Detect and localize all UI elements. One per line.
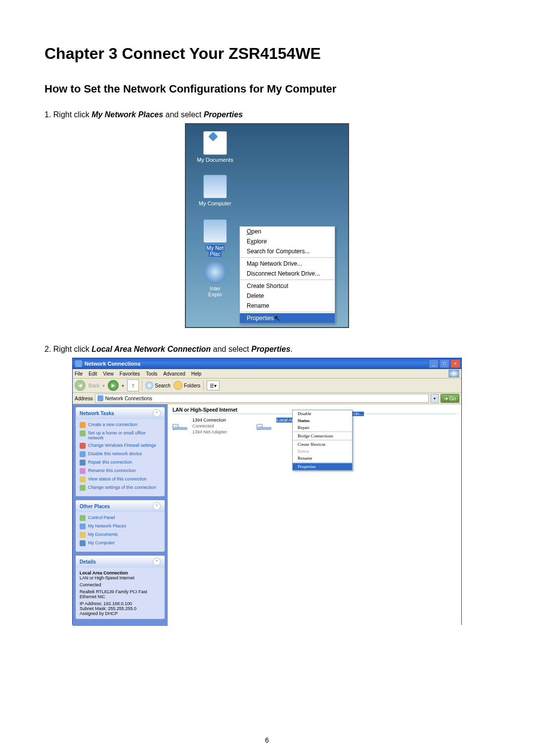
place-my-network[interactable]: My Network Places xyxy=(80,523,161,529)
back-label: Back xyxy=(89,383,99,388)
place-icon xyxy=(80,523,86,529)
desktop-my-network-places[interactable]: My Net Plac xyxy=(193,219,237,257)
desktop-my-documents[interactable]: My Documents xyxy=(193,131,237,163)
search-label: Search xyxy=(155,383,171,388)
menu-rename[interactable]: Rename xyxy=(240,301,335,311)
ctx-repair[interactable]: Repair xyxy=(293,424,352,431)
menu-disconnect-drive[interactable]: Disconnect Network Drive... xyxy=(240,269,335,279)
ctx-shortcut[interactable]: Create Shortcut xyxy=(293,441,352,448)
forward-chevron-icon[interactable]: ▾ xyxy=(122,383,124,388)
task-icon xyxy=(80,443,86,449)
menu-tools[interactable]: Tools xyxy=(146,371,157,377)
menu-advanced[interactable]: Advanced xyxy=(163,371,185,377)
menu-explore[interactable]: Explore xyxy=(240,236,335,246)
address-label: Address xyxy=(75,396,93,401)
folders-button[interactable]: Folders xyxy=(174,381,200,390)
step2-term2: Properties xyxy=(251,345,290,353)
menu-delete[interactable]: Delete xyxy=(240,291,335,301)
menu-favorites[interactable]: Favorites xyxy=(120,371,140,377)
ctx-bridge[interactable]: Bridge Connections xyxy=(293,432,352,439)
task-label: Change Windows Firewall settings xyxy=(88,443,156,448)
menu-help[interactable]: Help xyxy=(191,371,202,377)
place-control-panel[interactable]: Control Panel xyxy=(80,515,161,521)
desktop-internet-explorer[interactable]: Inter Explo xyxy=(193,261,237,297)
task-icon xyxy=(80,451,86,457)
task-change-settings[interactable]: Change settings of this connection xyxy=(80,485,161,491)
address-value: Network Connections xyxy=(105,396,152,401)
my-computer-icon xyxy=(203,175,227,198)
place-my-documents[interactable]: My Documents xyxy=(80,532,161,538)
window-icon xyxy=(75,360,82,367)
address-bar: Address Network Connections ▾ ➜ Go xyxy=(73,393,461,404)
back-chevron-icon[interactable]: ▾ xyxy=(102,383,105,388)
details-name: Local Area Connection xyxy=(80,570,161,575)
step2-mid: and select xyxy=(211,345,251,353)
connection-1394[interactable]: 1394 Connection Connected 1394 Net Adapt… xyxy=(173,417,227,435)
task-firewall[interactable]: Change Windows Firewall settings xyxy=(80,443,161,449)
step1-term2: Properties xyxy=(204,110,243,119)
task-icon xyxy=(80,460,86,466)
task-repair[interactable]: Repair this connection xyxy=(80,460,161,466)
tasks-title: Network Tasks xyxy=(80,411,114,416)
folders-icon xyxy=(174,381,182,390)
address-field[interactable]: Network Connections xyxy=(95,394,429,403)
menu-map-drive[interactable]: Map Network Drive... xyxy=(240,259,335,269)
up-button[interactable]: ⇧ xyxy=(127,379,139,391)
go-button[interactable]: ➜ Go xyxy=(441,394,459,403)
back-button[interactable]: ◄ xyxy=(75,380,86,391)
panel-other-places: Other Places˄ Control Panel My Network P… xyxy=(76,500,165,552)
details-device: Realtek RTL8139 Family PCI Fast Ethernet… xyxy=(80,589,161,599)
task-disable-device[interactable]: Disable this network device xyxy=(80,451,161,457)
ctx-properties[interactable]: Properties xyxy=(293,463,352,470)
search-button[interactable]: Search xyxy=(145,381,171,389)
step1-term1: My Network Places xyxy=(91,110,163,119)
forward-button[interactable]: ► xyxy=(108,380,119,391)
task-label: View status of this connection xyxy=(88,476,146,481)
place-my-computer[interactable]: My Computer xyxy=(80,540,161,546)
details-mask: Subnet Mask: 255.255.255.0 xyxy=(80,606,161,611)
step1-mid: and select xyxy=(163,110,204,119)
menu-search-computers[interactable]: Search for Computers... xyxy=(240,246,335,256)
address-dropdown[interactable]: ▾ xyxy=(431,394,439,403)
ctx-rename[interactable]: Rename xyxy=(293,455,352,462)
page-number: 6 xyxy=(0,736,534,744)
my-documents-label: My Documents xyxy=(193,157,237,163)
connection-icon xyxy=(173,417,189,434)
panel-header-tasks[interactable]: Network Tasks˄ xyxy=(76,407,165,419)
panel-header-places[interactable]: Other Places˄ xyxy=(76,500,165,512)
menu-open[interactable]: Open xyxy=(240,227,335,236)
my-computer-label: My Computer xyxy=(193,200,237,206)
minimize-button[interactable]: _ xyxy=(429,359,439,368)
connection-context-menu: Disable Status Repair Bridge Connections… xyxy=(292,410,353,471)
views-button[interactable]: ☰▾ xyxy=(207,380,220,390)
panel-header-details[interactable]: Details˄ xyxy=(76,556,165,567)
menu-view[interactable]: View xyxy=(103,371,114,377)
screenshot-network-connections: Network Connections _ □ × File Edit View… xyxy=(72,358,462,625)
context-menu: Open Explore Search for Computers... Map… xyxy=(239,226,335,324)
ie-label-2: Explo xyxy=(193,291,237,297)
task-setup-network[interactable]: Set up a home or small office network xyxy=(80,430,161,440)
task-view-status[interactable]: View status of this connection xyxy=(80,476,161,482)
menu-properties[interactable]: Properties xyxy=(240,313,335,323)
menu-create-shortcut[interactable]: Create Shortcut xyxy=(240,281,335,291)
places-title: Other Places xyxy=(80,504,110,509)
ie-icon xyxy=(204,261,226,284)
section-title: How to Set the Network Configurations fo… xyxy=(44,83,490,95)
task-label: Change settings of this connection xyxy=(88,485,156,490)
task-create-connection[interactable]: Create a new connection xyxy=(80,422,161,428)
close-button[interactable]: × xyxy=(450,359,460,368)
place-label: My Documents xyxy=(88,532,118,537)
task-label: Set up a home or small office network xyxy=(88,430,161,440)
ctx-status[interactable]: Status xyxy=(293,417,352,424)
maximize-button[interactable]: □ xyxy=(440,359,449,368)
ctx-disable[interactable]: Disable xyxy=(293,410,352,417)
menu-edit[interactable]: Edit xyxy=(89,371,97,377)
task-label: Disable this network device xyxy=(88,451,142,456)
screenshot-desktop-contextmenu: My Documents My Computer My Net Plac Int… xyxy=(185,123,349,328)
menu-file[interactable]: File xyxy=(75,371,83,377)
task-icon xyxy=(80,430,86,436)
panel-network-tasks: Network Tasks˄ Create a new connection S… xyxy=(76,407,165,496)
task-rename[interactable]: Rename this connection xyxy=(80,468,161,474)
desktop-my-computer[interactable]: My Computer xyxy=(193,175,237,206)
go-label: Go xyxy=(449,396,456,401)
